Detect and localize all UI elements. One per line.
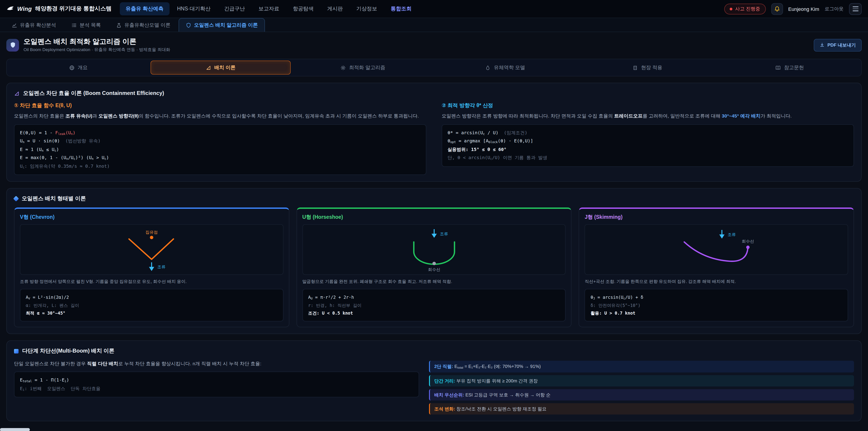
bell-icon (774, 6, 780, 12)
section-tab-label: 현장 적용 (641, 64, 662, 71)
nav-item-emergency-rescue[interactable]: 긴급구난 (218, 2, 251, 16)
page-shield-icon (6, 39, 19, 51)
boom-j-diagram: 조류 회수선 (585, 224, 848, 275)
boom-j-description: 직선+곡선 조합. 기름을 한쪽으로 편향 유도하여 집유. 강조류 해역 배치… (585, 278, 848, 285)
boom-card-v-chevron: V형 (Chevron) 집유점 조류 조류 방향 정면에서 양 (14, 208, 289, 327)
section-tab-field-application[interactable]: 현장 적용 (577, 61, 717, 75)
tab-diffusion-model-theory[interactable]: 유출유확산모델 이론 (109, 18, 178, 32)
set-square-icon (14, 91, 20, 96)
efficiency-function-paragraph: 오일펜스의 차단 효율은 조류 유속(U)과 오일펜스 방향각(θ)의 함수입니… (14, 112, 426, 120)
top-nav: Wing 해양환경 위기대응 통합시스템 유출유 확산예측 HNS·대기확산 긴… (0, 0, 868, 18)
logout-link[interactable]: 로그아웃 (825, 6, 844, 12)
efficiency-theory-card: 오일펜스 차단 효율 이론 (Boom Containment Efficien… (6, 83, 862, 182)
section-tab-hydrodynamics-model[interactable]: 유체역학 모델 (435, 61, 575, 75)
note-deployment-priority: 배치 우선순위: ESI 고등급 구역 보호 → 취수원 → 어항 순 (429, 389, 854, 400)
chart-icon (12, 22, 17, 28)
notification-bell-button[interactable] (771, 3, 783, 15)
incident-status-badge[interactable]: 사고 진행중 (724, 3, 766, 14)
tab-boom-algorithm-theory[interactable]: 오일펜스 배치 알고리즘 이론 (179, 18, 265, 32)
section-tab-optimization-algorithm[interactable]: 최적화 알고리즘 (293, 61, 433, 75)
app-logo[interactable]: Wing 해양환경 위기대응 통합시스템 (6, 5, 112, 13)
tab-label: 오일펜스 배치 알고리즘 이론 (194, 22, 258, 29)
boom-v-description: 조류 방향 정면에서 양쪽으로 펼친 V형. 기름을 중앙 집유점으로 유도, … (20, 278, 283, 285)
nav-item-integrated-search[interactable]: 통합조회 (385, 2, 417, 16)
multiboom-notes: 2단 직렬: Etotal = E₁+E₂-E₁·E₂ (예: 70%+70% … (429, 361, 854, 414)
multiboom-card: 다단계 차단선(Multi-Boom) 배치 이론 단일 오일펜스로 차단 불가… (6, 340, 862, 421)
page-titles: 오일펜스 배치 최적화 알고리즘 이론 Oil Boom Deployment … (24, 37, 809, 53)
logo-text: Wing (17, 5, 32, 12)
tab-spill-analysis[interactable]: 유출유 확산분석 (4, 18, 63, 32)
boom-layouts-card-title: 오일펜스 배치 형태별 이론 (14, 195, 854, 203)
pdf-export-button[interactable]: PDF 내보내기 (814, 39, 862, 51)
optimal-angle-paragraph: 오일펜스 방향각은 조류 방향에 따라 최적화됩니다. 차단 면적과 오일 수집… (442, 112, 854, 120)
app-title: 해양환경 위기대응 통합시스템 (35, 5, 112, 13)
diamond-icon (13, 196, 19, 202)
boom-j-title: J형 (Skimming) (585, 214, 848, 221)
boom-u-title: U형 (Horseshoe) (302, 214, 565, 221)
alert-dot-icon (730, 7, 733, 10)
boom-v-title: V형 (Chevron) (20, 214, 283, 221)
efficiency-card-title-text: 오일펜스 차단 효율 이론 (Boom Containment Efficien… (23, 90, 164, 97)
efficiency-left-column: ① 차단 효율 함수 E(θ, U) 오일펜스의 차단 효율은 조류 유속(U)… (14, 102, 426, 175)
sub-tab-bar: 유출유 확산분석 분석 목록 유출유확산모델 이론 오일펜스 배치 알고리즘 이… (0, 18, 868, 32)
nav-item-aerial-search[interactable]: 항공탐색 (287, 2, 319, 16)
list-icon (71, 22, 77, 28)
nav-item-hns-air-dispersion[interactable]: HNS·대기확산 (171, 2, 216, 16)
section-tab-deployment-theory[interactable]: 배치 이론 (150, 61, 291, 75)
optimal-angle-formula-block: θ* = arcsin(Uc / U) (임계조건)θopt = argmax … (442, 124, 854, 166)
boom-u-description: 말굽형으로 기름을 완전 포위. 폐쇄형 구조로 회수 효율 최고. 저조류 해… (302, 278, 565, 285)
section-tabs: 개요 배치 이론 최적화 알고리즘 유체역학 모델 현장 적용 참고문헌 (6, 59, 862, 76)
svg-text:조류: 조류 (440, 232, 448, 236)
incident-status-label: 사고 진행중 (735, 6, 760, 12)
page-header: 오일펜스 배치 최적화 알고리즘 이론 Oil Boom Deployment … (6, 37, 862, 53)
main-nav: 유출유 확산예측 HNS·대기확산 긴급구난 보고자료 항공탐색 게시판 기상정… (120, 2, 716, 16)
top-nav-right: 사고 진행중 Eunjeong Kim 로그아웃 (724, 3, 862, 15)
nav-item-oil-spill-prediction[interactable]: 유출유 확산예측 (120, 2, 169, 16)
section-tab-label: 개요 (78, 64, 88, 71)
tab-label: 유출유 확산분석 (20, 22, 56, 29)
nav-item-reports[interactable]: 보고자료 (252, 2, 285, 16)
optimal-angle-heading: ② 최적 방향각 θ* 산정 (442, 102, 854, 109)
svg-text:집유점: 집유점 (145, 230, 158, 235)
note-tidal-change: 조석 변화: 창조/낙조 전환 시 오일펜스 방향 재조정 필요 (429, 403, 854, 414)
efficiency-card-title: 오일펜스 차단 효율 이론 (Boom Containment Efficien… (14, 90, 854, 97)
globe-icon (69, 65, 74, 70)
user-name: Eunjeong Kim (788, 6, 819, 11)
horizontal-scrollbar-thumb[interactable] (0, 428, 30, 431)
note-stage-spacing: 단간 거리: 부유 집적 방지를 위해 ≥ 200m 간격 권장 (429, 375, 854, 387)
multiboom-card-title: 다단계 차단선(Multi-Boom) 배치 이론 (14, 347, 854, 355)
boom-v-diagram: 집유점 조류 (20, 224, 283, 275)
hamburger-menu-button[interactable] (849, 3, 862, 15)
tab-label: 분석 목록 (80, 22, 101, 29)
svg-text:조류: 조류 (157, 265, 166, 269)
efficiency-right-column: ② 최적 방향각 θ* 산정 오일펜스 방향각은 조류 방향에 따라 최적화됩니… (442, 102, 854, 175)
section-tab-references[interactable]: 참고문헌 (719, 61, 860, 75)
svg-text:조류: 조류 (727, 232, 736, 237)
flask-icon (116, 22, 122, 28)
efficiency-function-formula-block: E(θ,U) = 1 - Fleak(Un)Un = U · sin(θ) (법… (14, 124, 426, 175)
boom-u-diagram: 조류 회수선 (302, 224, 565, 275)
tab-label: 유출유확산모델 이론 (124, 22, 170, 29)
section-tab-label: 유체역학 모델 (494, 64, 525, 71)
page-title: 오일펜스 배치 최적화 알고리즘 이론 (24, 37, 809, 46)
nav-item-board[interactable]: 게시판 (321, 2, 348, 16)
multiboom-title-text: 다단계 차단선(Multi-Boom) 배치 이론 (22, 347, 114, 355)
wing-logo-icon (6, 5, 14, 13)
main-content: 오일펜스 배치 최적화 알고리즘 이론 Oil Boom Deployment … (0, 37, 868, 421)
section-tab-label: 참고문헌 (784, 64, 804, 71)
tab-analysis-list[interactable]: 분석 목록 (64, 18, 108, 32)
efficiency-function-heading: ① 차단 효율 함수 E(θ, U) (14, 102, 426, 109)
app-root: Wing 해양환경 위기대응 통합시스템 유출유 확산예측 HNS·대기확산 긴… (0, 0, 868, 431)
multiboom-intro: 단일 오일펜스로 차단 불가한 경우 직렬 다단 배치로 누적 차단 효율을 향… (14, 360, 419, 368)
droplet-icon (485, 65, 491, 70)
svg-text:회수선: 회수선 (742, 239, 754, 244)
gear-icon (340, 65, 346, 70)
boom-card-u-horseshoe: U형 (Horseshoe) 조류 회수선 말굽형으로 기름을 (296, 208, 571, 327)
nav-item-weather-info[interactable]: 기상정보 (350, 2, 383, 16)
multiboom-formula-block: Etotal = 1 - Π(1-Ei)Ei: i번째 오일펜스 단독 차단효율 (14, 372, 419, 398)
boom-layouts-title-text: 오일펜스 배치 형태별 이론 (22, 195, 86, 203)
hamburger-icon (852, 6, 858, 11)
section-tab-overview[interactable]: 개요 (8, 61, 149, 75)
multiboom-left-column: 단일 오일펜스로 차단 불가한 경우 직렬 다단 배치로 누적 차단 효율을 향… (14, 360, 419, 398)
boom-j-formula-block: θJ = arcsin(Uc/U) + δδ: 안전여유각(5°~10°)활용:… (585, 289, 848, 321)
